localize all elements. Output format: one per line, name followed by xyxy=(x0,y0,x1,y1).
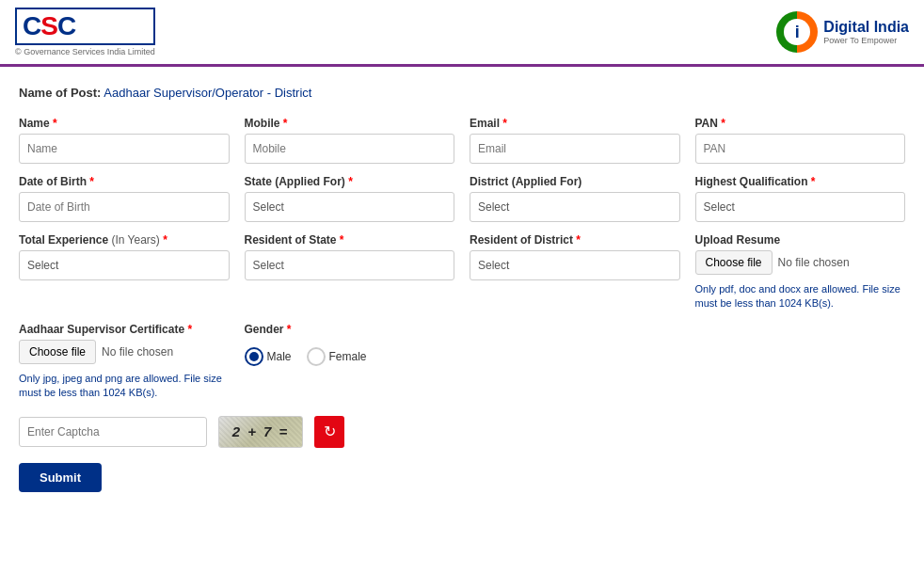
gender-female-option[interactable]: Female xyxy=(307,347,367,366)
di-text: Digital India Power To Empower xyxy=(823,19,909,45)
resume-no-file-text: No file chosen xyxy=(778,256,850,269)
district-label: District (Applied For) xyxy=(470,175,680,188)
district-select[interactable]: Select xyxy=(470,192,680,222)
pan-label: PAN * xyxy=(695,117,906,130)
captcha-image: 2 + 7 = xyxy=(218,416,303,448)
name-label: Name * xyxy=(19,117,230,130)
resident-state-label: Resident of State * xyxy=(245,233,455,247)
cert-file-hint: Only jpg, jpeg and png are allowed. File… xyxy=(19,372,230,401)
dob-label: Date of Birth * xyxy=(19,175,230,188)
cert-choose-file-button[interactable]: Choose file xyxy=(19,340,96,364)
captcha-input[interactable] xyxy=(19,417,207,447)
captcha-row: 2 + 7 = ↻ xyxy=(19,416,905,448)
mobile-label: Mobile * xyxy=(245,117,455,130)
resident-district-label: Resident of District * xyxy=(470,233,680,247)
post-name-row: Name of Post: Aadhaar Supervisor/Operato… xyxy=(19,86,905,100)
cert-no-file-text: No file chosen xyxy=(102,345,173,359)
form-row-1: Name * Mobile * Email * PAN * xyxy=(19,117,905,164)
gender-group: Gender * Male Female xyxy=(245,323,455,401)
district-group: District (Applied For) Select xyxy=(470,175,680,222)
state-group: State (Applied For) * Select xyxy=(245,175,455,222)
resident-district-group: Resident of District * Select xyxy=(470,233,680,311)
resume-choose-file-button[interactable]: Choose file xyxy=(695,250,773,275)
csc-sub: © Governance Services India Limited xyxy=(15,47,155,56)
mobile-input[interactable] xyxy=(245,134,455,164)
experience-group: Total Experience (In Years) * Select xyxy=(19,233,230,311)
qualification-label: Highest Qualification * xyxy=(695,175,906,188)
pan-group: PAN * xyxy=(695,117,906,164)
cert-label: Aadhaar Supervisor Certificate * xyxy=(19,323,230,336)
di-sub: Power To Empower xyxy=(823,36,909,45)
state-label: State (Applied For) * xyxy=(245,175,455,188)
gender-male-label: Male xyxy=(267,350,292,363)
gender-label: Gender * xyxy=(245,323,455,336)
resident-state-select[interactable]: Select xyxy=(245,250,455,280)
pan-input[interactable] xyxy=(695,134,906,164)
cert-file-upload: Choose file No file chosen xyxy=(19,340,230,364)
cert-group: Aadhaar Supervisor Certificate * Choose … xyxy=(19,323,230,401)
gender-male-option[interactable]: Male xyxy=(245,347,292,366)
digital-india-logo: i Digital India Power To Empower xyxy=(776,11,909,53)
gender-female-label: Female xyxy=(329,350,367,363)
email-label: Email * xyxy=(470,117,680,130)
di-letter: i xyxy=(784,19,810,45)
resume-file-upload: Choose file No file chosen xyxy=(695,250,906,275)
form-row-4: Aadhaar Supervisor Certificate * Choose … xyxy=(19,323,905,401)
dob-input[interactable] xyxy=(19,192,230,222)
digital-india-logo-area: i Digital India Power To Empower xyxy=(776,11,909,53)
email-input[interactable] xyxy=(470,134,680,164)
email-group: Email * xyxy=(470,117,680,164)
experience-label: Total Experience (In Years) * xyxy=(19,233,230,247)
captcha-refresh-button[interactable]: ↻ xyxy=(314,416,344,448)
qualification-group: Highest Qualification * Select xyxy=(695,175,906,222)
experience-select[interactable]: Select xyxy=(19,250,230,280)
di-emblem: i xyxy=(776,11,818,53)
post-name-value: Aadhaar Supervisor/Operator - District xyxy=(104,86,311,100)
main-content: Name of Post: Aadhaar Supervisor/Operato… xyxy=(0,67,924,511)
di-brand: Digital India xyxy=(823,19,909,36)
form-row-3: Total Experience (In Years) * Select Res… xyxy=(19,233,905,311)
qualification-select[interactable]: Select xyxy=(695,192,906,222)
post-name-label: Name of Post: xyxy=(19,86,101,100)
captcha-text: 2 + 7 = xyxy=(232,423,290,439)
form-row-2: Date of Birth * State (Applied For) * Se… xyxy=(19,175,905,222)
submit-button[interactable]: Submit xyxy=(19,463,102,492)
upload-resume-group: Upload Resume Choose file No file chosen… xyxy=(695,233,906,311)
csc-logo-area: CSC © Governance Services India Limited xyxy=(15,8,155,56)
csc-logo: CSC xyxy=(15,8,155,45)
gender-male-radio[interactable] xyxy=(245,347,263,366)
name-group: Name * xyxy=(19,117,230,164)
resident-district-select[interactable]: Select xyxy=(470,250,680,280)
header: CSC © Governance Services India Limited … xyxy=(0,0,924,67)
resume-file-hint: Only pdf, doc and docx are allowed. File… xyxy=(695,282,906,311)
state-select[interactable]: Select xyxy=(245,192,455,222)
resident-state-group: Resident of State * Select xyxy=(245,233,455,311)
refresh-icon: ↻ xyxy=(324,423,336,440)
dob-group: Date of Birth * xyxy=(19,175,230,222)
gender-female-radio[interactable] xyxy=(307,347,326,366)
gender-options: Male Female xyxy=(245,347,455,366)
upload-resume-label: Upload Resume xyxy=(695,233,906,247)
mobile-group: Mobile * xyxy=(245,117,455,164)
name-input[interactable] xyxy=(19,134,230,164)
